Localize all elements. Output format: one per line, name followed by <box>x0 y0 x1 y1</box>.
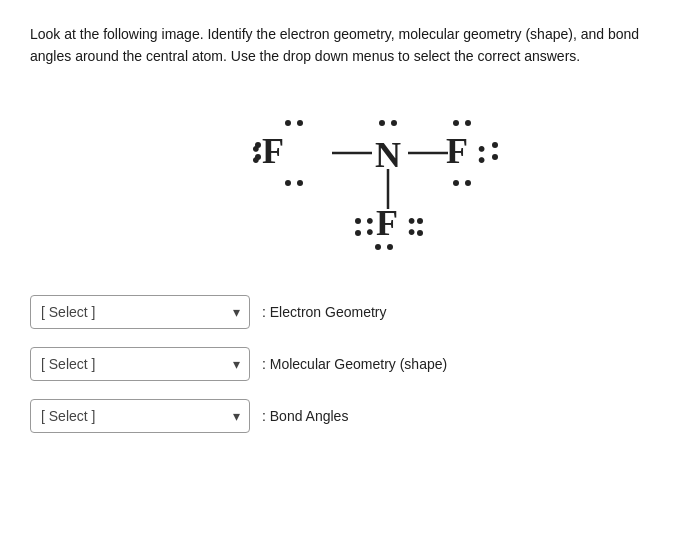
svg-point-8 <box>379 120 385 126</box>
svg-point-2 <box>285 180 291 186</box>
svg-point-16 <box>492 142 498 148</box>
bond-angles-row: [ Select ]180°120°109.5°107°104.5°90°120… <box>30 399 670 433</box>
svg-text::F :: :F : <box>364 203 418 243</box>
molecule-diagram: :F N F : <box>30 85 670 265</box>
svg-point-23 <box>417 230 423 236</box>
electron-geometry-select-wrapper[interactable]: [ Select ]LinearTrigonal PlanarTetrahedr… <box>30 295 250 329</box>
svg-point-9 <box>391 120 397 126</box>
bond-angles-select-wrapper[interactable]: [ Select ]180°120°109.5°107°104.5°90°120… <box>30 399 250 433</box>
molecular-geometry-row: [ Select ]LinearTrigonal PlanarTetrahedr… <box>30 347 670 381</box>
molecular-geometry-select-wrapper[interactable]: [ Select ]LinearTrigonal PlanarTetrahedr… <box>30 347 250 381</box>
svg-point-25 <box>387 244 393 250</box>
svg-point-15 <box>465 180 471 186</box>
molecular-geometry-select[interactable]: [ Select ]LinearTrigonal PlanarTetrahedr… <box>30 347 250 381</box>
svg-point-3 <box>297 180 303 186</box>
dropdowns-section: [ Select ]LinearTrigonal PlanarTetrahedr… <box>30 295 670 451</box>
electron-geometry-row: [ Select ]LinearTrigonal PlanarTetrahedr… <box>30 295 670 329</box>
instructions-text: Look at the following image. Identify th… <box>30 24 670 67</box>
svg-point-17 <box>492 154 498 160</box>
svg-text::F: :F <box>250 131 284 171</box>
molecule-svg: :F N F : <box>180 95 520 255</box>
page-container: Look at the following image. Identify th… <box>0 0 700 471</box>
svg-point-21 <box>355 230 361 236</box>
svg-point-24 <box>375 244 381 250</box>
svg-point-14 <box>453 180 459 186</box>
bond-angles-label: : Bond Angles <box>262 408 348 424</box>
molecular-geometry-label: : Molecular Geometry (shape) <box>262 356 447 372</box>
bond-angles-select[interactable]: [ Select ]180°120°109.5°107°104.5°90°120… <box>30 399 250 433</box>
svg-point-0 <box>285 120 291 126</box>
svg-point-1 <box>297 120 303 126</box>
svg-text:F :: F : <box>446 131 488 171</box>
svg-point-20 <box>355 218 361 224</box>
svg-point-13 <box>465 120 471 126</box>
electron-geometry-select[interactable]: [ Select ]LinearTrigonal PlanarTetrahedr… <box>30 295 250 329</box>
svg-point-22 <box>417 218 423 224</box>
svg-point-12 <box>453 120 459 126</box>
electron-geometry-label: : Electron Geometry <box>262 304 387 320</box>
